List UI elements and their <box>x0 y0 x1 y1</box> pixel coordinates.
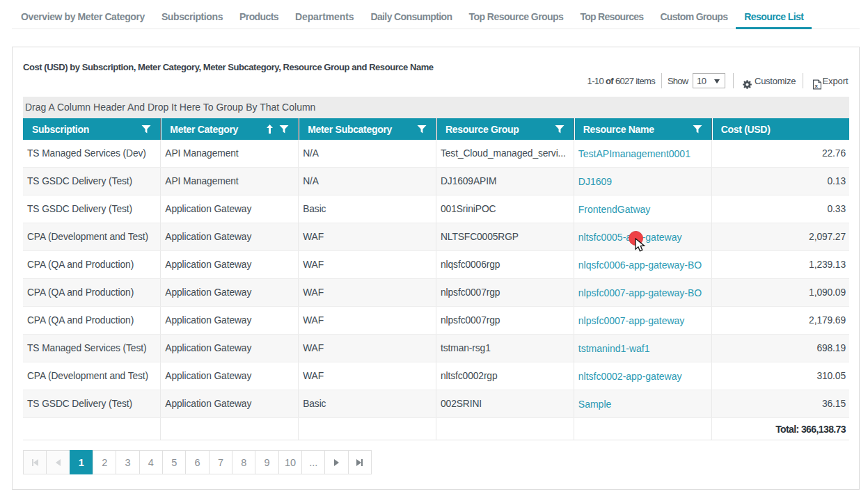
svg-text:x: x <box>815 82 819 88</box>
